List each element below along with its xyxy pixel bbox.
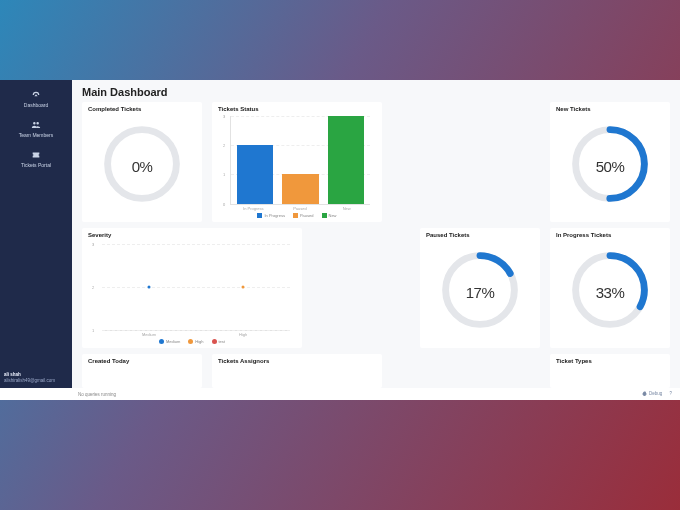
ticket-icon — [31, 150, 41, 160]
page-background: Dashboard Team Members Tickets Portal al… — [0, 0, 680, 510]
bar-paused — [282, 174, 318, 203]
gridline — [102, 244, 290, 245]
bar-plot-area: 0 1 2 3 — [230, 116, 370, 205]
main-content: Main Dashboard Completed Tickets 0% — [72, 80, 680, 400]
gridline — [102, 330, 290, 331]
card-title: In Progress Tickets — [556, 232, 664, 238]
users-icon — [31, 120, 41, 130]
x-label: High — [196, 332, 290, 337]
card-title: Tickets Status — [218, 106, 376, 112]
footer-status-text: No queries running — [78, 392, 116, 397]
bar-chart-status: 0 1 2 3 In Progress — [218, 114, 376, 218]
legend-label: High — [195, 339, 203, 344]
legend-label: In Progress — [264, 213, 284, 218]
footer-other-link[interactable]: ? — [669, 391, 672, 396]
donut-value: 33% — [596, 284, 625, 301]
footer-debug-link[interactable]: Debug — [642, 391, 664, 396]
legend-swatch — [293, 213, 298, 218]
scatter-point-high — [242, 285, 245, 288]
legend-item[interactable]: Paused — [293, 213, 314, 218]
severity-x-labels: Medium High — [102, 332, 290, 337]
sidebar-item-team-members[interactable]: Team Members — [0, 116, 72, 146]
legend-label: Paused — [300, 213, 314, 218]
severity-legend: Medium High test — [88, 339, 296, 344]
donut-completed: 0% — [99, 121, 185, 211]
x-label: In Progress — [230, 206, 277, 211]
row-2: Severity 3 2 1 Medium High — [82, 228, 670, 348]
card-ticket-types: Ticket Types — [550, 354, 670, 388]
card-title: Tickets Assignors — [218, 358, 376, 364]
legend-swatch — [212, 339, 217, 344]
card-completed-tickets: Completed Tickets 0% — [82, 102, 202, 222]
gauge-icon — [31, 90, 41, 100]
bug-icon — [642, 391, 648, 397]
card-created-today: Created Today — [82, 354, 202, 388]
y-tick: 2 — [223, 143, 225, 148]
y-tick: 3 — [223, 114, 225, 119]
app-frame: Dashboard Team Members Tickets Portal al… — [0, 80, 680, 400]
card-in-progress-tickets: In Progress Tickets 33% — [550, 228, 670, 348]
page-title: Main Dashboard — [82, 86, 670, 98]
card-title: Completed Tickets — [88, 106, 196, 112]
y-tick: 3 — [92, 242, 94, 247]
sidebar-item-label: Dashboard — [24, 102, 48, 108]
x-label: New — [323, 206, 370, 211]
sidebar-item-label: Team Members — [19, 132, 53, 138]
legend-item[interactable]: In Progress — [257, 213, 284, 218]
legend-swatch — [322, 213, 327, 218]
scatter-point-medium — [148, 285, 151, 288]
row-3: Created Today Tickets Assignors Ticket T… — [82, 354, 670, 388]
donut-new: 50% — [567, 121, 653, 211]
bar-legend: In Progress Paused New — [218, 213, 376, 218]
legend-item[interactable]: High — [188, 339, 203, 344]
card-tickets-status: Tickets Status 0 1 2 3 — [212, 102, 382, 222]
sidebar-item-label: Tickets Portal — [21, 162, 51, 168]
footer-debug-label: Debug — [649, 391, 662, 396]
sidebar-item-tickets-portal[interactable]: Tickets Portal — [0, 146, 72, 176]
bar-in-progress — [237, 145, 273, 203]
bar-new — [328, 116, 364, 204]
spacer — [312, 228, 410, 348]
bar-x-labels: In Progress Paused New — [230, 206, 370, 211]
sidebar-item-dashboard[interactable]: Dashboard — [0, 86, 72, 116]
x-label: Paused — [277, 206, 324, 211]
card-tickets-assignors: Tickets Assignors — [212, 354, 382, 388]
legend-swatch — [159, 339, 164, 344]
gridline — [102, 287, 290, 288]
card-title: Created Today — [88, 358, 196, 364]
legend-item[interactable]: New — [322, 213, 337, 218]
x-label: Medium — [102, 332, 196, 337]
footer-status: No queries running — [78, 392, 116, 397]
card-new-tickets: New Tickets 50% — [550, 102, 670, 222]
spacer — [392, 354, 540, 388]
donut-value: 50% — [596, 158, 625, 175]
donut-value: 0% — [132, 158, 153, 175]
sidebar-user-block[interactable]: ali shah alishiralish49@gmail.com — [0, 368, 72, 388]
card-title: Severity — [88, 232, 296, 238]
donut-in-progress: 33% — [567, 247, 653, 337]
severity-plot-area: 3 2 1 — [102, 244, 290, 331]
row-1: Completed Tickets 0% Tickets Status — [82, 102, 670, 222]
legend-swatch — [188, 339, 193, 344]
y-tick: 1 — [92, 327, 94, 332]
legend-swatch — [257, 213, 262, 218]
y-tick: 2 — [92, 284, 94, 289]
card-paused-tickets: Paused Tickets 17% — [420, 228, 540, 348]
y-tick: 1 — [223, 172, 225, 177]
donut-paused: 17% — [437, 247, 523, 337]
card-title: Paused Tickets — [426, 232, 534, 238]
sidebar: Dashboard Team Members Tickets Portal al… — [0, 80, 72, 400]
card-title: Ticket Types — [556, 358, 664, 364]
legend-label: Medium — [166, 339, 180, 344]
legend-item[interactable]: Medium — [159, 339, 180, 344]
card-severity: Severity 3 2 1 Medium High — [82, 228, 302, 348]
legend-label: New — [329, 213, 337, 218]
legend-item[interactable]: test — [212, 339, 225, 344]
legend-label: test — [219, 339, 225, 344]
y-tick: 0 — [223, 201, 225, 206]
card-title: New Tickets — [556, 106, 664, 112]
donut-value: 17% — [466, 284, 495, 301]
sidebar-user-email: alishiralish49@gmail.com — [4, 378, 68, 384]
status-footer: No queries running Debug ? — [0, 388, 680, 400]
spacer — [392, 102, 540, 222]
